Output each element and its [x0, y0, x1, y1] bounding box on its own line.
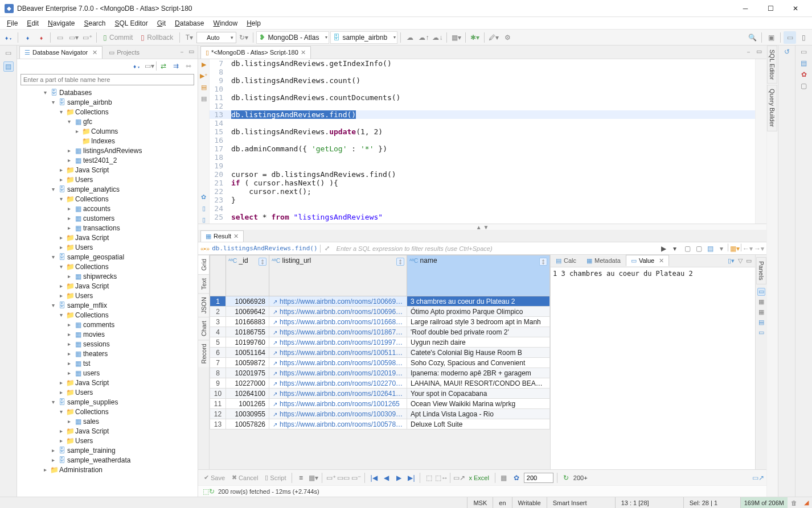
tree-item[interactable]: ▸▦customers — [17, 213, 198, 223]
status-gc-button[interactable]: 🗑 — [788, 499, 801, 506]
cell-id[interactable]: 1001265 — [226, 399, 269, 409]
cloud-button[interactable]: ☁ — [404, 31, 416, 44]
view-grid-tab[interactable]: Grid — [198, 255, 209, 274]
cell-id[interactable]: 10186755 — [226, 327, 269, 337]
txn-mode-button[interactable]: T▾ — [183, 31, 195, 44]
nav-collapse-button[interactable]: ⇉ — [170, 60, 182, 72]
tree-item[interactable]: ▸▦users — [17, 368, 198, 378]
cell-name[interactable]: Ipanema: moderno apê 2BR + garagem — [407, 368, 550, 378]
nav-back-button[interactable]: ←▾ — [743, 243, 753, 254]
table-row[interactable]: 510199760↗https://www.airbnb.com/rooms/1… — [210, 337, 550, 348]
side-strip-btn-2[interactable]: ▦ — [757, 298, 765, 306]
tree-item[interactable]: ▸▦accounts — [17, 204, 198, 213]
rownum-cell[interactable]: 7 — [210, 358, 226, 368]
rownum-cell[interactable]: 10 — [210, 389, 226, 399]
tree-item[interactable]: ▸▦transactions — [17, 223, 198, 233]
editor-min-icon[interactable]: － — [744, 47, 753, 57]
result-tab[interactable]: ▦ Result ✕ — [200, 230, 244, 242]
cell-name[interactable]: Your spot in Copacabana — [407, 389, 550, 399]
tree-item[interactable]: ▸▦listingsAndReviews — [17, 146, 198, 155]
menu-file[interactable]: File — [2, 18, 22, 28]
cell-id[interactable]: 10199760 — [226, 337, 269, 348]
history-button[interactable]: ↻▾ — [237, 31, 250, 44]
result-tab-close-icon[interactable]: ✕ — [233, 233, 239, 240]
cell-name[interactable]: Large railroad style 3 bedroom apt in Ma… — [407, 317, 550, 327]
nav-filter-input[interactable] — [20, 74, 194, 85]
cell-id[interactable]: 10264100 — [226, 389, 269, 399]
cell-id[interactable]: 10201975 — [226, 368, 269, 378]
column-header-url[interactable]: ᴬᴮC listing_url‡ — [269, 255, 407, 296]
table-row[interactable]: 810201975↗https://www.airbnb.com/rooms/1… — [210, 368, 550, 378]
erd-button[interactable]: ▦▾ — [450, 31, 462, 44]
cell-name[interactable]: Apt Linda Vista Lagoa - Rio — [407, 409, 550, 419]
tree-item[interactable]: ▸📁Users — [17, 387, 198, 397]
tree-item[interactable]: ▸📁Java Script — [17, 426, 198, 436]
search-button[interactable]: 🔍 — [746, 31, 758, 44]
cloud-download-button[interactable]: ☁↓ — [431, 31, 444, 44]
cell-id[interactable]: 10030955 — [226, 409, 269, 419]
value-max-icon[interactable]: ▭ — [745, 256, 753, 266]
right-view-2-icon[interactable]: ✿ — [801, 71, 807, 79]
nav-link-button[interactable]: ⇿ — [183, 60, 194, 72]
table-row[interactable]: 410186755↗https://www.airbnb.com/rooms/1… — [210, 327, 550, 337]
tree-item[interactable]: ▾🗄sample_supplies — [17, 397, 198, 407]
tree-item[interactable]: ▸📁Java Script — [17, 281, 198, 291]
tree-item[interactable]: ▾📁Collections — [17, 262, 198, 271]
metadata-tab[interactable]: ▦Metadata — [581, 255, 626, 266]
value-min-icon[interactable]: ▽ — [737, 256, 744, 266]
connect-button[interactable]: ⬧ — [21, 31, 34, 44]
table-row[interactable]: 610051164↗https://www.airbnb.com/rooms/1… — [210, 348, 550, 358]
filter-btn-3[interactable]: ▤ — [705, 243, 715, 254]
left-minimize-handle[interactable]: ▭ — [3, 48, 14, 58]
cell-id[interactable]: 10069642 — [226, 307, 269, 317]
next-page-button[interactable]: ▶ — [393, 473, 404, 483]
cell-name[interactable]: Deluxe Loft Suite — [407, 419, 550, 429]
rownum-cell[interactable]: 13 — [210, 419, 226, 429]
menu-database[interactable]: Database — [170, 18, 208, 28]
cell-url[interactable]: ↗https://www.airbnb.com/rooms/10057826 — [269, 419, 407, 429]
sql-editor-button[interactable]: ▭ — [54, 31, 66, 44]
cell-name[interactable]: 3 chambres au coeur du Plateau 2 — [407, 296, 550, 307]
rownum-cell[interactable]: 1 — [210, 296, 226, 307]
cell-url[interactable]: ↗https://www.airbnb.com/rooms/10199760 — [269, 337, 407, 348]
tree-item[interactable]: ▾📁Collections — [17, 310, 198, 320]
search-toolbar-button[interactable]: 🖉▾ — [487, 31, 500, 44]
column-header-id[interactable]: ᴬᴮC _id‡ — [226, 255, 269, 296]
edit-cell-button[interactable]: ≡ — [296, 473, 306, 483]
tree-item[interactable]: ▸▦movies — [17, 329, 198, 339]
edit-row-button[interactable]: ▦▾ — [308, 473, 318, 483]
cell-name[interactable]: Catete's Colonial Big Hause Room B — [407, 348, 550, 358]
tree-item[interactable]: ▸📁Administration — [17, 465, 198, 474]
recent-sql-button[interactable]: ▭▾ — [67, 31, 80, 44]
tree-item[interactable]: ▸📁Java Script — [17, 378, 198, 387]
cell-url[interactable]: ↗https://www.airbnb.com/rooms/10201975 — [269, 368, 407, 378]
refresh-results-button[interactable]: ↻ — [561, 473, 571, 483]
cell-id[interactable]: 10166883 — [226, 317, 269, 327]
right-minimize-handle[interactable]: ▭ — [801, 48, 807, 56]
tree-item[interactable]: ▸▦tst — [17, 358, 198, 368]
execute-row-button[interactable]: ▶ — [200, 60, 208, 68]
database-tree[interactable]: ▾🗄Databases▾🗄sample_airbnb▾📁Collections▾… — [17, 86, 198, 497]
nav-new-conn-button[interactable]: ⬧▾ — [131, 60, 142, 72]
table-row[interactable]: 910227000↗https://www.airbnb.com/rooms/1… — [210, 378, 550, 389]
table-row[interactable]: 210069642↗https://www.airbnb.com/rooms/1… — [210, 307, 550, 317]
sort-icon[interactable]: ‡ — [396, 258, 404, 266]
right-view-1-icon[interactable]: ▤ — [801, 59, 807, 67]
view-record-tab[interactable]: Record — [198, 340, 209, 367]
table-row[interactable]: 710059872↗https://www.airbnb.com/rooms/1… — [210, 358, 550, 368]
tree-item[interactable]: ▸▦comments — [17, 320, 198, 329]
maximize-result-button[interactable]: ▭↗ — [753, 473, 763, 483]
tree-item[interactable]: ▸📁Users — [17, 291, 198, 300]
script-grid-button[interactable]: ▯Script — [263, 473, 288, 482]
cell-url[interactable]: ↗https://www.airbnb.com/rooms/10264100 — [269, 389, 407, 399]
right-view-3-icon[interactable]: ▢ — [801, 82, 807, 90]
cell-id[interactable]: 10059872 — [226, 358, 269, 368]
execute-script-button[interactable]: ▤ — [200, 83, 208, 91]
cell-name[interactable]: Ocean View Waikiki Marina w/prkg — [407, 399, 550, 409]
menu-navigate[interactable]: Navigate — [43, 18, 79, 28]
side-strip-btn-5[interactable]: ▭ — [757, 329, 765, 337]
editor-result-splitter[interactable]: ▲ ▼ — [198, 224, 766, 230]
cancel-grid-button[interactable]: ✖Cancel — [229, 473, 260, 482]
zoom-fit-button[interactable]: ⬚↔ — [436, 473, 446, 483]
tree-item[interactable]: ▾🗄sample_airbnb — [17, 97, 198, 107]
